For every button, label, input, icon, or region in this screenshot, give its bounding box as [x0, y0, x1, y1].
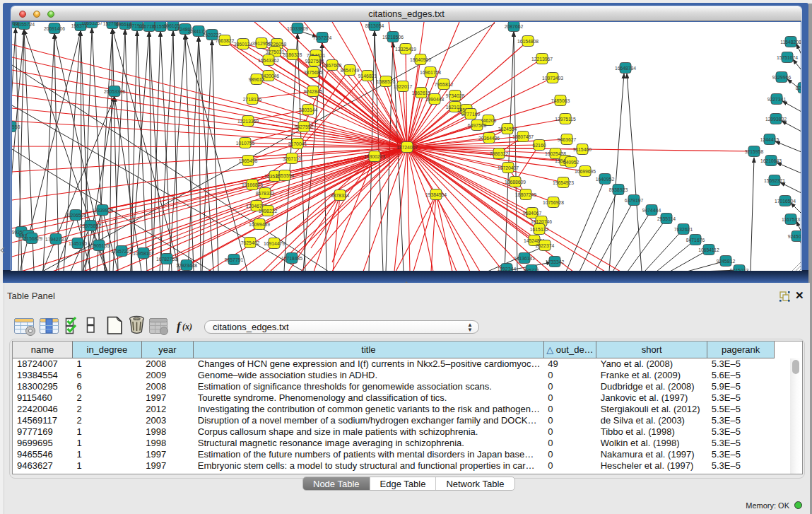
- svg-text:1145190: 1145190: [69, 241, 87, 246]
- svg-text:12923448: 12923448: [176, 263, 197, 268]
- svg-text:985771: 985771: [524, 268, 540, 271]
- svg-text:9329966: 9329966: [772, 75, 792, 80]
- svg-text:16914479: 16914479: [264, 241, 285, 246]
- svg-text:9115460: 9115460: [573, 147, 592, 152]
- svg-text:23975857: 23975857: [80, 223, 101, 228]
- svg-text:9245013: 9245013: [730, 268, 749, 271]
- svg-text:9878334: 9878334: [331, 193, 350, 198]
- svg-text:8471676: 8471676: [686, 238, 705, 243]
- svg-text:7663822: 7663822: [216, 38, 235, 43]
- svg-text:16099489: 16099489: [249, 222, 270, 227]
- svg-text:18640910: 18640910: [410, 57, 431, 62]
- svg-text:8186328: 8186328: [283, 52, 302, 57]
- svg-text:15720407: 15720407: [498, 165, 519, 170]
- svg-text:2935114: 2935114: [657, 216, 676, 221]
- svg-text:2620223: 2620223: [203, 33, 222, 37]
- svg-text:17339924: 17339924: [92, 208, 113, 213]
- svg-text:7632621: 7632621: [674, 227, 693, 232]
- svg-text:10807487: 10807487: [512, 134, 534, 139]
- svg-text:8454749: 8454749: [341, 68, 360, 73]
- svg-text:15751074: 15751074: [777, 55, 798, 60]
- svg-text:9474444: 9474444: [642, 208, 661, 213]
- svg-text:20364436: 20364436: [478, 136, 500, 141]
- svg-text:1498222: 1498222: [259, 209, 278, 214]
- svg-text:2522374: 2522374: [536, 243, 555, 248]
- svg-text:9777169: 9777169: [461, 112, 481, 117]
- svg-text:12156829: 12156829: [21, 236, 42, 241]
- svg-text:3430558: 3430558: [12, 124, 20, 129]
- svg-text:10973493: 10973493: [542, 76, 563, 81]
- svg-text:7955812: 7955812: [435, 82, 454, 87]
- svg-text:12213369: 12213369: [237, 119, 259, 124]
- svg-text:f: f: [177, 320, 182, 333]
- svg-text:1733342: 1733342: [546, 259, 565, 264]
- svg-text:2087662: 2087662: [505, 24, 524, 29]
- svg-text:(x): (x): [182, 322, 192, 332]
- svg-text:3267110: 3267110: [283, 156, 301, 161]
- svg-text:19384554: 19384554: [425, 192, 447, 197]
- svg-text:18807249: 18807249: [515, 192, 536, 197]
- svg-text:19218506: 19218506: [382, 35, 404, 40]
- svg-text:9245812: 9245812: [717, 259, 736, 264]
- svg-text:3860124: 3860124: [234, 42, 253, 47]
- svg-text:7357224: 7357224: [313, 35, 332, 40]
- svg-text:10756928: 10756928: [543, 200, 564, 205]
- svg-text:1362615: 1362615: [412, 90, 431, 95]
- svg-text:17016504: 17016504: [775, 199, 796, 204]
- svg-text:6379197: 6379197: [625, 198, 644, 203]
- svg-text:16961758: 16961758: [420, 70, 441, 75]
- svg-text:3215958: 3215958: [745, 149, 764, 154]
- svg-text:9327508: 9327508: [305, 59, 324, 64]
- svg-text:1965498: 1965498: [239, 158, 258, 163]
- svg-text:1167533: 1167533: [782, 217, 800, 222]
- svg-text:2170041: 2170041: [288, 141, 307, 146]
- svg-text:19166825: 19166825: [242, 182, 263, 187]
- svg-text:11548208: 11548208: [780, 40, 801, 45]
- svg-text:1244415: 1244415: [760, 137, 779, 142]
- svg-text:15718485: 15718485: [281, 256, 302, 261]
- svg-text:7485063: 7485063: [551, 98, 570, 103]
- svg-text:20206526: 20206526: [65, 213, 86, 218]
- svg-text:1010755: 1010755: [236, 141, 255, 146]
- svg-text:62160: 62160: [533, 143, 546, 148]
- svg-text:16543362: 16543362: [258, 58, 279, 63]
- svg-text:12213967: 12213967: [531, 57, 553, 62]
- svg-text:1640952: 1640952: [596, 177, 615, 182]
- svg-text:12093832: 12093832: [765, 117, 787, 122]
- svg-text:19654923: 19654923: [553, 180, 574, 185]
- svg-text:10654112: 10654112: [698, 247, 719, 252]
- svg-text:13325419: 13325419: [395, 47, 416, 52]
- svg-text:640952: 640952: [563, 160, 579, 165]
- svg-text:9684067: 9684067: [523, 211, 542, 216]
- svg-text:26053346: 26053346: [104, 89, 125, 94]
- svg-text:9245042: 9245042: [788, 234, 801, 239]
- svg-text:15692371: 15692371: [764, 178, 785, 183]
- svg-text:5226058: 5226058: [268, 42, 287, 47]
- svg-text:9734028: 9734028: [446, 93, 465, 98]
- svg-text:8813054: 8813054: [365, 23, 384, 28]
- svg-text:3275031: 3275031: [266, 49, 285, 54]
- svg-text:9463627: 9463627: [558, 137, 577, 142]
- svg-text:1615132: 1615132: [530, 227, 549, 232]
- svg-text:1990448: 1990448: [425, 97, 445, 102]
- svg-text:16210643: 16210643: [760, 158, 782, 163]
- svg-text:9146821: 9146821: [358, 74, 377, 78]
- svg-text:3875685: 3875685: [304, 70, 323, 75]
- svg-text:3624554: 3624554: [498, 127, 517, 132]
- svg-text:16782759: 16782759: [156, 257, 177, 262]
- svg-text:18724007: 18724007: [396, 145, 418, 150]
- svg-text:9242845: 9242845: [304, 89, 323, 94]
- svg-text:827441: 827441: [796, 86, 801, 90]
- svg-text:10688609: 10688609: [505, 180, 526, 185]
- svg-text:12975115: 12975115: [555, 117, 576, 122]
- svg-text:17357225: 17357225: [111, 249, 132, 254]
- svg-text:2867608: 2867608: [323, 63, 342, 68]
- svg-text:2803144: 2803144: [299, 107, 318, 112]
- svg-text:15300273: 15300273: [364, 154, 385, 159]
- svg-text:10958107: 10958107: [133, 251, 154, 256]
- svg-text:7625402: 7625402: [241, 240, 260, 245]
- svg-text:10653257: 10653257: [81, 22, 102, 25]
- svg-text:7986322: 7986322: [490, 151, 509, 156]
- svg-text:14136141: 14136141: [514, 256, 535, 261]
- svg-text:12905135: 12905135: [88, 243, 110, 248]
